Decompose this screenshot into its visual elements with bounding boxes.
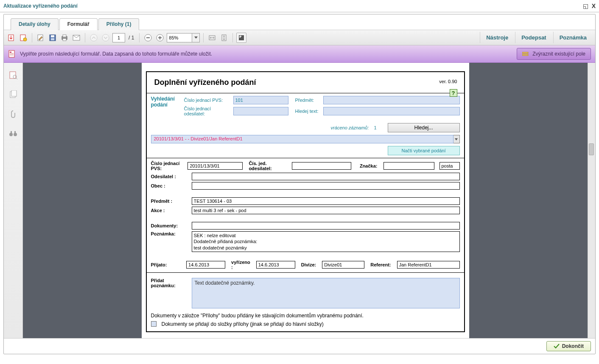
close-icon[interactable]: X — [592, 3, 596, 9]
attachments-icon[interactable] — [8, 109, 19, 120]
save-icon[interactable] — [48, 33, 58, 43]
akce-field[interactable] — [192, 207, 460, 214]
akce-label: Akce : — [151, 208, 189, 213]
highlight-fields-label: Zvýraznit existující pole — [532, 51, 585, 57]
search-result-select[interactable]: 20101/13/3/01 - - Divize01/Jan ReferentD… — [151, 135, 453, 143]
restore-icon[interactable]: ◱ — [583, 3, 588, 9]
add-note-textarea[interactable]: Text dodatečné poznámky. — [192, 278, 460, 308]
obec-field[interactable] — [192, 182, 460, 190]
help-icon[interactable]: ? — [450, 89, 457, 97]
fullscreen-icon[interactable] — [236, 33, 246, 43]
zoom-dropdown-caret[interactable] — [192, 33, 200, 42]
hledej-text-input[interactable] — [323, 107, 460, 115]
form-version: ver. 0.90 — [439, 79, 457, 84]
pages-icon[interactable] — [8, 89, 19, 100]
finish-button[interactable]: Dokončit — [546, 341, 591, 351]
svg-point-11 — [90, 34, 97, 41]
page-total-label: / 1 — [127, 35, 136, 41]
tab-detaily-ulohy[interactable]: Detaily úlohy — [11, 18, 59, 30]
referent-field[interactable] — [397, 261, 460, 269]
predmet-label: Předmět : — [151, 199, 189, 204]
vyrizeno-label: vyřízeno : — [231, 260, 250, 270]
document-viewport[interactable]: Doplnění vyřízeného podání ver. 0.90 ? V… — [23, 63, 588, 338]
highlight-fields-button[interactable]: Zvýraznit existující pole — [517, 48, 591, 60]
svg-rect-21 — [10, 55, 14, 55]
cj-odesilatel-search-input[interactable] — [233, 107, 288, 115]
predmet-search-input[interactable] — [323, 96, 460, 104]
search-result-caret[interactable] — [453, 135, 460, 143]
svg-rect-8 — [63, 35, 66, 37]
print-icon[interactable] — [59, 33, 70, 43]
svg-point-12 — [102, 34, 109, 41]
title-bar: Aktualizace vyřízeného podání ◱ X — [0, 0, 599, 12]
tab-bar: Detaily úlohy Formulář Přílohy (1) — [4, 14, 595, 30]
highlight-fields-icon — [522, 51, 530, 57]
page-up-icon[interactable] — [89, 33, 99, 43]
svg-rect-31 — [14, 131, 16, 133]
poznamka-label: Poznámka: — [151, 231, 189, 236]
tab-prilohy[interactable]: Přílohy (1) — [98, 18, 140, 30]
zoom-select[interactable] — [167, 33, 192, 42]
divize-label: Divize: — [301, 262, 316, 267]
vyrizeno-field[interactable] — [256, 261, 295, 269]
page-down-icon[interactable] — [101, 33, 111, 43]
dokumenty-label: Dokumenty: — [151, 223, 189, 228]
form-info-text: Vyplňte prosím následující formulář. Dat… — [20, 51, 212, 57]
svg-point-2 — [23, 38, 27, 41]
svg-rect-6 — [51, 38, 54, 40]
load-selected-button[interactable]: Načti vybrané podání — [388, 146, 460, 155]
poznamka-field[interactable]: SEK : nelze editovat Dodatečně přidaná p… — [192, 231, 460, 252]
znacka-label: Značka: — [360, 163, 378, 168]
form-info-bar: Vyplňte prosím následující formulář. Dat… — [4, 45, 595, 63]
cj-odesilatel-search-label: Číslo jednací odesilatel: — [184, 106, 231, 116]
divize-field[interactable] — [322, 261, 364, 269]
dialog-footer: Dokončit — [4, 338, 595, 354]
cj-pvs-field[interactable] — [188, 162, 243, 170]
znacka-short-field[interactable] — [383, 162, 434, 170]
finish-button-label: Dokončit — [562, 343, 584, 349]
cj-odesilatel-label: Čís. jed. odesilatel: — [249, 161, 287, 171]
nastroje-button[interactable]: Nástroje — [480, 32, 514, 43]
form-info-icon — [8, 50, 16, 58]
search-button[interactable]: Hledej... — [388, 123, 460, 132]
export-pdf-icon[interactable] — [6, 33, 17, 43]
page-number-input[interactable] — [112, 33, 125, 42]
odesilatel-field[interactable] — [192, 173, 460, 180]
svg-point-29 — [14, 133, 17, 136]
predmet-field[interactable] — [192, 197, 460, 205]
pdf-toolbar: / 1 Nástroje Podepsat Poznámka — [4, 30, 595, 45]
form-page: Doplnění vyřízeného podání ver. 0.90 ? V… — [142, 63, 469, 338]
cj-odesilatel-field[interactable] — [292, 162, 351, 170]
dokumenty-field[interactable] — [192, 222, 460, 230]
svg-rect-19 — [10, 52, 11, 53]
poznamka-line-2: Dodatečně přidaná poznámka: — [194, 238, 458, 244]
poznamka-line-1: SEK : nelze editovat — [194, 232, 458, 238]
svg-rect-20 — [10, 53, 14, 54]
odesilatel-label: Odesilatel : — [151, 174, 189, 179]
mail-icon[interactable] — [71, 33, 81, 43]
import-pdf-icon[interactable] — [18, 33, 28, 43]
vertical-scrollbar[interactable] — [588, 63, 595, 338]
binoculars-icon[interactable] — [8, 128, 19, 139]
znacka-field[interactable] — [439, 162, 460, 170]
poznamka-line-3: test dodatečné poznámky — [194, 245, 458, 251]
scroll-thumb[interactable] — [589, 143, 594, 155]
content-frame: Detaily úlohy Formulář Přílohy (1) — [3, 14, 596, 354]
cj-pvs-search-input[interactable] — [233, 96, 288, 104]
svg-rect-5 — [51, 35, 54, 37]
svg-rect-9 — [63, 39, 66, 41]
search-heading-1: Vyhledání — [151, 96, 180, 102]
fit-width-icon[interactable] — [207, 33, 217, 43]
tab-formular[interactable]: Formulář — [59, 18, 98, 30]
fit-page-icon[interactable] — [219, 33, 229, 43]
thumbnails-icon[interactable] — [8, 70, 19, 81]
zoom-out-icon[interactable] — [143, 33, 153, 43]
documents-folder-checkbox[interactable] — [151, 321, 157, 327]
prijato-field[interactable] — [186, 261, 225, 269]
podepsat-button[interactable]: Podepsat — [515, 32, 552, 43]
edit-icon[interactable] — [36, 33, 46, 43]
svg-rect-23 — [522, 54, 528, 56]
zoom-in-icon[interactable] — [155, 33, 165, 43]
poznamka-button[interactable]: Poznámka — [553, 32, 593, 43]
left-panel — [4, 63, 23, 338]
